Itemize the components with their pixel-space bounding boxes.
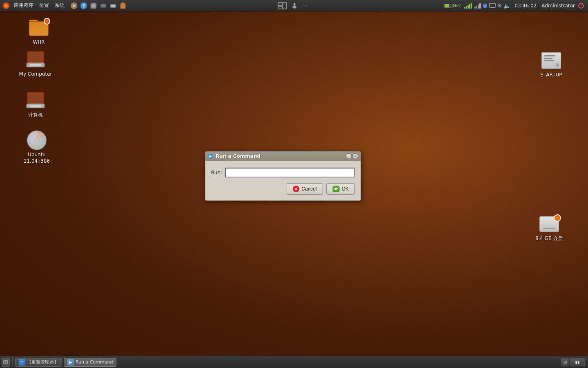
svg-point-5	[73, 5, 75, 7]
dialog-content: Run: ✕ Cancel OK	[205, 161, 361, 200]
drive-badge	[554, 214, 561, 222]
run-command-dialog: ▶ Run a Command _ ✕ Run: ✕ Cancel	[205, 151, 361, 201]
desktop: 应用程序 位置 系统 ?	[0, 0, 588, 368]
taskbar-right-area: ⊞ ▮▮	[561, 358, 586, 366]
top-panel: 应用程序 位置 系统 ?	[0, 0, 588, 11]
clock-display: 03:46:02	[512, 3, 539, 9]
usb-icon[interactable]: USB	[290, 1, 299, 10]
startup-label: STARTUP	[540, 72, 562, 79]
my-computer-icon[interactable]: My Computer	[17, 48, 54, 79]
firefox-icon[interactable]	[69, 1, 78, 10]
ok-icon	[332, 186, 340, 192]
dialog-controls: _ ✕	[346, 153, 358, 159]
places-menu[interactable]: 位置	[37, 1, 51, 10]
svg-rect-16	[111, 5, 115, 7]
applications-label: 应用程序	[14, 2, 33, 9]
jisuanji-icon[interactable]: 计算机	[17, 89, 54, 120]
run-command-task[interactable]: ▶ Run a Command	[64, 358, 116, 367]
run-input-row: Run:	[211, 168, 355, 177]
run-label: Run:	[211, 170, 222, 175]
svg-rect-32	[30, 64, 41, 66]
run-command-taskbar-icon: ▶	[67, 359, 74, 366]
show-desktop-btn[interactable]	[2, 358, 10, 367]
user-display: Administrator	[541, 3, 576, 9]
config-icon[interactable]	[89, 1, 98, 10]
svg-point-10	[93, 5, 94, 6]
dialog-titlebar: ▶ Run a Command _ ✕	[205, 152, 361, 161]
taskbar-right-btn-1[interactable]: ⊞	[561, 358, 569, 366]
svg-rect-36	[30, 105, 41, 107]
svg-rect-34	[28, 93, 43, 103]
storage-label: 8.4 GB 介质	[535, 236, 563, 242]
whr-label: WHR	[33, 39, 45, 46]
whr-icon[interactable]: ! WHR	[20, 16, 57, 47]
startup-hdd	[541, 52, 561, 69]
dialog-close-btn[interactable]: ✕	[352, 153, 358, 159]
drive-body	[539, 216, 559, 232]
update-manager-label: 【更新管理器】	[27, 359, 58, 365]
computer-svg	[26, 51, 45, 69]
applications-menu[interactable]: 应用程序	[11, 1, 36, 10]
network-icon[interactable]	[99, 1, 108, 10]
storage-icon[interactable]	[109, 1, 118, 10]
cancel-label: Cancel	[301, 186, 316, 192]
svg-point-14	[105, 5, 106, 6]
ok-label: OK	[342, 186, 349, 192]
taskbar-right-btn-2[interactable]: ▮▮	[570, 358, 585, 366]
svg-rect-21	[283, 2, 286, 9]
run-input[interactable]	[225, 168, 355, 177]
svg-rect-18	[121, 3, 125, 4]
startup-icon[interactable]: STARTUP	[535, 49, 568, 80]
dialog-title-area: ▶ Run a Command	[208, 153, 261, 159]
archive-icon[interactable]	[118, 1, 127, 10]
svg-point-13	[101, 5, 102, 6]
svg-text:USB: USB	[292, 5, 297, 8]
svg-text:?: ?	[82, 3, 85, 9]
dialog-buttons-area: ✕ Cancel OK	[211, 183, 355, 195]
help-icon[interactable]: ?	[79, 1, 88, 10]
cancel-icon: ✕	[293, 186, 299, 192]
svg-rect-30	[28, 52, 43, 62]
whr-badge: !	[44, 18, 50, 25]
taskbar: ↑ 【更新管理器】 ▶ Run a Command ⊞ ▮▮	[0, 356, 588, 368]
dialog-minimize-btn[interactable]: _	[346, 153, 352, 159]
places-label: 位置	[39, 2, 49, 9]
jisuanji-label: 计算机	[28, 112, 43, 119]
update-manager-taskbar-icon: ↑	[19, 359, 25, 366]
update-manager-task[interactable]: ↑ 【更新管理器】	[15, 358, 62, 367]
ok-button[interactable]: OK	[326, 183, 355, 195]
svg-rect-19	[278, 2, 282, 6]
power-icon[interactable]	[577, 1, 585, 10]
svg-point-2	[5, 5, 7, 7]
cd-disc	[27, 130, 47, 150]
cancel-button[interactable]: ✕ Cancel	[287, 183, 323, 195]
svg-rect-20	[278, 7, 282, 9]
system-label: 系统	[55, 2, 65, 9]
system-menu[interactable]: 系统	[52, 1, 67, 10]
svg-rect-24	[490, 3, 495, 7]
my-computer-label: My Computer	[19, 71, 52, 78]
dialog-icon: ▶	[208, 153, 214, 159]
ubuntu-label: Ubuntu 11.04 i386	[20, 152, 53, 164]
dialog-title-text: Run a Command	[216, 153, 261, 159]
ubuntu-cd-icon[interactable]: Ubuntu 11.04 i386	[18, 129, 55, 166]
jisuanji-svg	[26, 92, 45, 110]
svg-text:▶: ▶	[209, 154, 212, 158]
run-command-label: Run a Command	[76, 359, 113, 365]
taskbar-separator-1	[12, 358, 13, 366]
window-manager-icon[interactable]	[278, 1, 287, 10]
storage-drive-icon[interactable]: 8.4 GB 介质	[531, 213, 568, 244]
app-menu-icon[interactable]	[2, 1, 11, 10]
